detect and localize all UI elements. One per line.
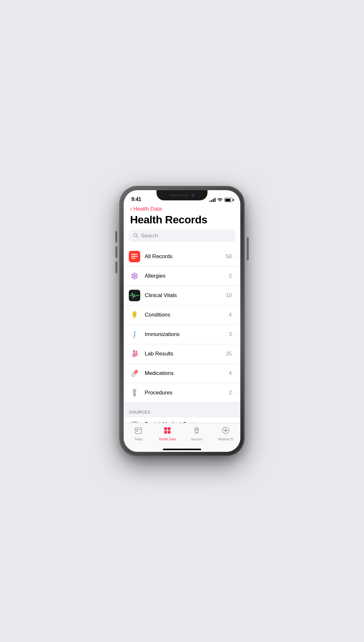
svg-rect-46 (136, 430, 138, 432)
search-bar[interactable]: Search (129, 230, 235, 242)
clinical-vitals-label: Clinical Vitals (145, 292, 226, 299)
procedures-icon (129, 387, 140, 399)
allergies-chevron-icon: › (234, 273, 235, 279)
scroll-area[interactable]: ‹ Health Data Health Records Se (124, 204, 240, 423)
immunizations-icon (129, 329, 140, 340)
wifi-icon (217, 198, 222, 202)
screen-content: ‹ Health Data Health Records Se (124, 204, 240, 452)
list-item-medications[interactable]: Medications 4 › (124, 364, 240, 383)
list-item-lab-results[interactable]: Lab Results 25 › (124, 344, 240, 364)
svg-rect-40 (134, 392, 135, 392)
all-records-label: All Records (145, 253, 226, 260)
tab-medical-id[interactable]: Medical ID (216, 426, 235, 441)
health-data-tab-label: Health Data (159, 437, 176, 441)
tab-today[interactable]: Today (129, 426, 148, 441)
procedures-label: Procedures (145, 390, 229, 396)
search-placeholder: Search (141, 233, 158, 239)
allergies-label: Allergies (145, 273, 229, 279)
immunizations-label: Immunizations (145, 331, 229, 338)
tab-sources[interactable]: Sources (187, 426, 206, 441)
phone-screen: 9:41 (124, 190, 240, 452)
medical-id-tab-label: Medical ID (218, 437, 233, 441)
svg-rect-50 (168, 431, 171, 434)
page-title: Health Records (124, 212, 240, 230)
svg-line-21 (134, 337, 135, 338)
allergies-count: 2 (229, 273, 232, 279)
svg-rect-38 (134, 390, 135, 391)
home-indicator (124, 449, 240, 452)
back-label[interactable]: Health Data (133, 206, 162, 212)
signal-icon (210, 198, 215, 202)
records-list: All Records 50 › (124, 247, 240, 403)
svg-rect-20 (135, 333, 135, 336)
back-nav[interactable]: ‹ Health Data (124, 204, 240, 212)
phone-frame: 9:41 (120, 186, 244, 456)
svg-rect-44 (135, 428, 142, 434)
conditions-chevron-icon: › (234, 312, 235, 317)
clinical-vitals-chevron-icon: › (234, 293, 235, 298)
svg-line-1 (137, 236, 138, 238)
procedures-count: 2 (229, 390, 232, 396)
tab-health-data[interactable]: Health Data (158, 426, 177, 441)
svg-rect-18 (134, 331, 135, 332)
sources-section-header: SOURCES (124, 403, 240, 417)
svg-rect-39 (134, 391, 135, 392)
search-container: Search (124, 230, 240, 247)
lab-results-count: 25 (226, 351, 232, 357)
svg-point-29 (135, 353, 138, 356)
today-icon (134, 426, 142, 437)
sources-icon (193, 426, 201, 437)
svg-rect-5 (131, 258, 135, 259)
svg-rect-49 (164, 431, 167, 434)
list-item-all-records[interactable]: All Records 50 › (124, 247, 240, 266)
back-chevron-icon: ‹ (130, 205, 132, 212)
list-item-clinical-vitals[interactable]: Clinical Vitals 10 › (124, 286, 240, 305)
tab-bar: Today Health Data (124, 423, 240, 449)
medications-label: Medications (145, 370, 229, 377)
svg-point-11 (136, 277, 137, 278)
all-records-icon (129, 251, 140, 262)
svg-rect-4 (131, 256, 138, 257)
svg-point-10 (132, 277, 134, 278)
clinical-vitals-icon (129, 290, 140, 301)
allergies-icon (129, 270, 140, 282)
sources-header-label: SOURCES (129, 410, 150, 414)
health-data-icon (163, 426, 171, 437)
lab-results-icon (129, 348, 140, 360)
medications-chevron-icon: › (234, 371, 235, 376)
sources-list: P Penick Medical Center My Patient Porta… (124, 417, 240, 423)
search-icon (133, 233, 138, 239)
list-item-conditions[interactable]: Conditions 4 › (124, 305, 240, 325)
list-item-immunizations[interactable]: Immunizations 3 › (124, 325, 240, 344)
conditions-label: Conditions (145, 312, 229, 318)
lab-results-label: Lab Results (145, 351, 226, 357)
source-item-penick[interactable]: P Penick Medical Center My Patient Porta… (124, 417, 240, 423)
svg-point-12 (134, 273, 135, 274)
all-records-count: 50 (226, 253, 232, 260)
list-item-procedures[interactable]: Procedures 2 › (124, 383, 240, 403)
svg-rect-47 (164, 427, 167, 430)
list-item-allergies[interactable]: Allergies 2 › (124, 266, 240, 286)
svg-point-51 (196, 429, 198, 430)
lab-results-chevron-icon: › (234, 351, 235, 356)
svg-point-8 (132, 274, 134, 276)
svg-point-9 (136, 274, 137, 276)
immunizations-count: 3 (229, 331, 232, 338)
all-records-chevron-icon: › (234, 254, 235, 259)
svg-point-7 (133, 274, 136, 278)
camera (191, 194, 194, 197)
battery-icon (224, 198, 233, 202)
svg-point-13 (134, 278, 135, 280)
svg-rect-3 (131, 254, 138, 255)
immunizations-chevron-icon: › (234, 332, 235, 337)
medications-icon (129, 368, 140, 379)
notch (157, 190, 207, 200)
conditions-count: 4 (229, 312, 232, 318)
speaker (170, 194, 189, 196)
procedures-chevron-icon: › (234, 390, 235, 395)
status-icons (210, 198, 233, 202)
status-time: 9:41 (131, 197, 141, 202)
medications-count: 4 (229, 370, 232, 377)
medical-id-icon (222, 426, 230, 437)
svg-point-26 (133, 355, 135, 356)
